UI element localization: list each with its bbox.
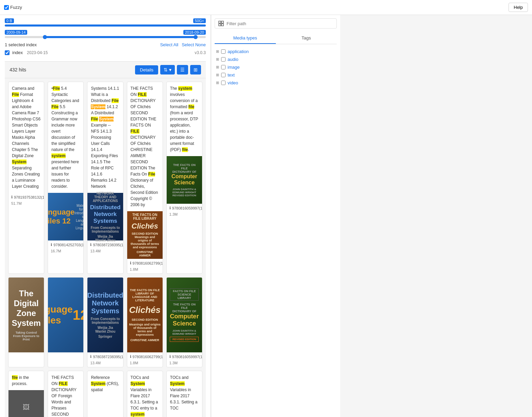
date-slider-thumb-left[interactable] — [43, 35, 47, 39]
media-type-text[interactable]: ⊞ text — [215, 71, 337, 79]
svg-rect-1 — [221, 21, 223, 23]
highlight: System — [170, 381, 185, 386]
highlight: File — [12, 92, 19, 97]
select-none-button[interactable]: Select None — [182, 42, 206, 47]
result-card[interactable]: The system involves conversion of a form… — [166, 82, 202, 274]
card-filesize: 51.7M — [9, 201, 44, 207]
select-all-button[interactable]: Select All — [160, 42, 178, 47]
file-size: 16.7M — [51, 249, 61, 253]
result-card[interactable]: LanguageFiles12 Materials for an Introdu… — [48, 277, 84, 367]
result-card[interactable]: FACTS ON FILE SCIENCE LIBRARY THE FACTS … — [166, 277, 202, 367]
result-card[interactable]: THE FACTS ON FILE LIBRARY OF LANGUAGE AN… — [127, 277, 163, 367]
grid-view-button[interactable]: ⊞ — [190, 65, 201, 74]
list-view-button[interactable]: ☰ — [177, 65, 188, 74]
result-card[interactable]: TOCs and System Variables in Flare 2017 … — [166, 371, 202, 417]
card-text: TOCs and System Variables in Flare 2017 … — [167, 371, 202, 415]
card-text: •File 5.4 Syntactic Categories and File … — [48, 82, 83, 193]
result-card[interactable]: Systems 14.1.1 What is a Distributed Fil… — [87, 82, 123, 274]
result-card[interactable]: TOCs and System Variables in Flare 2017 … — [127, 371, 163, 417]
index-row: index 2023-04-15 v3.0.3 — [5, 50, 206, 55]
fuzzy-checkbox[interactable]: Fuzzy — [4, 5, 22, 10]
file-size: 1.8M — [130, 361, 138, 365]
media-type-audio[interactable]: ⊞ audio — [215, 55, 337, 63]
book-cover: THE FACTS ON FILE LIBRARY OF LANGUAGE AN… — [127, 278, 163, 352]
highlight: System — [12, 160, 27, 164]
size-slider-fill — [5, 24, 206, 27]
size-slider-track[interactable] — [5, 24, 206, 27]
svg-rect-3 — [221, 24, 223, 26]
size-slider-section: 0 B 50G+ — [5, 18, 206, 27]
result-card[interactable]: Reference System (CRS), spatial — [87, 371, 123, 417]
media-type-application[interactable]: ⊞ application — [215, 48, 337, 55]
fuzzy-check[interactable] — [4, 5, 9, 10]
card-text: Reference System (CRS), spatial — [87, 371, 123, 396]
expand-icon: ⊞ — [216, 81, 219, 85]
expand-icon: ⊞ — [216, 49, 219, 54]
result-card[interactable]: TheDigitalZoneSystem Taking Control From… — [8, 277, 44, 367]
details-button[interactable]: Details — [135, 65, 158, 74]
book-cover: THE FACTS ON FILE LIBRARY Clichés SECOND… — [127, 211, 163, 259]
results-area: Camera and File Format Lightroom 4 and A… — [5, 78, 206, 417]
media-checkbox-image[interactable] — [221, 65, 226, 69]
media-checkbox-text[interactable] — [221, 73, 226, 77]
card-filesize: 1.3M — [167, 361, 202, 367]
index-section: 1 selected index Select All Select None … — [5, 42, 206, 55]
result-card[interactable]: file in the process. 🖼 — [8, 371, 44, 417]
filename: 9780816062799(1).pdf — [133, 355, 163, 359]
card-text: file in the process. — [9, 371, 44, 390]
card-text: THE FACTS ON FILE DICTIONARY OF Foreign … — [48, 371, 83, 417]
media-type-list: ⊞ application ⊞ audio ⊞ image ⊞ — [215, 48, 337, 87]
book-cover: Language Files 12Materials for an Introd… — [48, 193, 83, 240]
date-slider-track[interactable] — [5, 36, 206, 38]
media-type-video[interactable]: ⊞ video — [215, 79, 337, 87]
highlight: File — [91, 117, 98, 121]
tab-media-types[interactable]: Media types — [215, 33, 276, 44]
date-start-label: 2009-09-14 — [5, 30, 27, 35]
date-slider-thumb-right[interactable] — [194, 35, 198, 39]
highlight: system — [131, 412, 145, 417]
result-card[interactable]: •File 5.4 Syntactic Categories and File … — [48, 82, 84, 274]
filter-path-input[interactable] — [227, 21, 333, 26]
search-bar: Fuzzy file system Help — [0, 0, 532, 15]
highlight: system — [51, 153, 65, 158]
highlight: FILE — [131, 129, 139, 134]
card-text: The system involves conversion of a form… — [167, 82, 202, 156]
tab-tags[interactable]: Tags — [276, 33, 337, 44]
highlight: File — [148, 172, 155, 177]
date-slider-section: 2009-09-14 2018-09-20 — [5, 30, 206, 38]
card-text: THE FACTS ON FILE DICTIONARY OF Clichés … — [127, 82, 163, 211]
result-card[interactable]: DistributedNetworkSystems From Concepts … — [87, 277, 123, 367]
date-slider-fill — [45, 36, 196, 38]
result-card[interactable]: THE FACTS ON FILE DICTIONARY OF Foreign … — [48, 371, 84, 417]
book-cover: THE FACTS ON FILE DICTIONARY OF Computer… — [167, 156, 202, 204]
help-button[interactable]: Help — [509, 3, 528, 12]
media-type-label: application — [228, 49, 249, 54]
result-card[interactable]: THE FACTS ON FILE DICTIONARY OF Clichés … — [127, 82, 163, 274]
date-end-label: 2018-09-20 — [183, 30, 206, 35]
media-checkbox-application[interactable] — [221, 49, 226, 54]
file-size: 13.4M — [90, 249, 101, 253]
results-grid: Camera and File Format Lightroom 4 and A… — [8, 82, 202, 417]
size-min-label: 0 B — [5, 18, 14, 23]
info-icon: ℹ — [169, 354, 171, 359]
media-type-label: audio — [228, 57, 238, 62]
sort-button[interactable]: ⇅ ▾ — [160, 65, 175, 74]
highlight: FILE — [138, 92, 147, 97]
file-size: 1.8M — [130, 267, 138, 271]
highlight: System — [131, 381, 145, 386]
info-icon: ℹ — [51, 243, 52, 247]
card-footer: ℹ 9780816062799(1).pdf — [127, 259, 163, 267]
index-checkbox[interactable] — [5, 50, 10, 55]
result-card[interactable]: Camera and File Format Lightroom 4 and A… — [8, 82, 44, 274]
highlight: file — [12, 375, 18, 380]
highlight: FILE — [59, 381, 68, 386]
index-name: index — [12, 50, 23, 55]
index-actions: Select All Select None — [160, 42, 206, 47]
book-cover: TheDigitalZoneSystem Taking Control From… — [9, 278, 44, 352]
search-input[interactable]: file system — [25, 3, 506, 12]
media-type-image[interactable]: ⊞ image — [215, 63, 337, 71]
media-checkbox-video[interactable] — [221, 81, 226, 85]
card-footer: ℹ 9780387238395(1).pdf — [87, 352, 123, 361]
media-checkbox-audio[interactable] — [221, 57, 226, 62]
file-size: 1.3M — [169, 212, 178, 216]
